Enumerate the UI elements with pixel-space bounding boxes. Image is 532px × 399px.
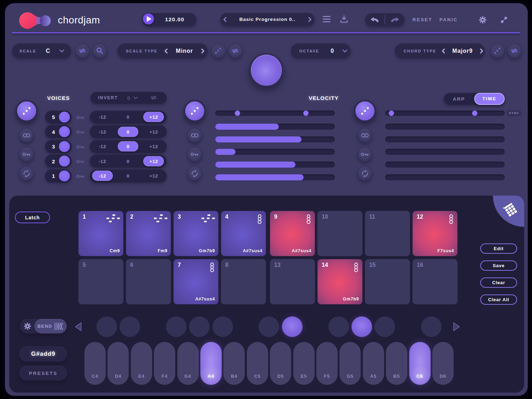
voice-enable-toggle[interactable]: [59, 156, 70, 167]
voice-offset-option[interactable]: +12: [149, 173, 158, 179]
key-icon[interactable]: [76, 174, 85, 179]
velocity-range-low-handle[interactable]: [235, 111, 240, 116]
velocity-infinity-button[interactable]: [187, 128, 202, 142]
time-range-slider[interactable]: [385, 111, 505, 116]
time-infinity-button[interactable]: [358, 128, 372, 142]
white-key-A4[interactable]: A4: [200, 342, 222, 385]
key-icon[interactable]: [76, 115, 85, 120]
time-bar[interactable]: [385, 162, 505, 168]
white-key-D5[interactable]: D5: [270, 342, 291, 385]
pad-14-Gm7b9[interactable]: 14 Gm7b9: [317, 259, 362, 304]
scale-swap-button[interactable]: [75, 44, 90, 58]
voice-offset-option[interactable]: +12: [149, 129, 158, 134]
save-button[interactable]: Save: [480, 260, 517, 271]
pad-7-A#7sus4[interactable]: 7 A#7sus4: [173, 259, 218, 304]
time-tab[interactable]: TIME: [474, 93, 505, 105]
pad-8[interactable]: 8: [221, 259, 266, 304]
velocity-range-high-handle[interactable]: [303, 111, 309, 116]
tempo-value[interactable]: 120.00: [155, 13, 195, 26]
black-key-C#6[interactable]: [421, 316, 442, 337]
time-bar[interactable]: [385, 136, 505, 142]
black-key-F#4[interactable]: [166, 316, 187, 337]
pad-15[interactable]: 15: [365, 259, 410, 304]
latch-button[interactable]: Latch: [15, 212, 50, 223]
voice-offset-option-selected[interactable]: +12: [143, 112, 164, 122]
velocity-range-slider[interactable]: [215, 111, 335, 116]
pad-4-A#7sus4[interactable]: 4 A#7sus4: [221, 211, 266, 256]
time-range-low-handle[interactable]: [389, 111, 394, 116]
voice-offset-option[interactable]: 0: [127, 114, 129, 120]
pad-5[interactable]: 5: [78, 259, 123, 304]
black-key-G#5[interactable]: [351, 316, 372, 337]
scale-selector[interactable]: SCALE C: [12, 43, 71, 58]
scale-type-shift-button[interactable]: [228, 44, 243, 58]
octave-selector[interactable]: OCTAVE 0: [291, 43, 351, 58]
pad-13[interactable]: 13: [270, 259, 315, 304]
save-download-icon[interactable]: [340, 15, 348, 23]
main-knob[interactable]: [251, 55, 282, 86]
edit-button[interactable]: Edit: [480, 243, 517, 254]
chord-type-value[interactable]: Major9: [445, 48, 480, 54]
gear-icon[interactable]: [24, 322, 31, 330]
chord-type-prev-icon[interactable]: [441, 48, 445, 54]
voice-offset-option[interactable]: -12: [99, 114, 106, 120]
pad-6[interactable]: 6: [126, 259, 171, 304]
invert-control[interactable]: INVERT 0: [90, 92, 167, 104]
voice-offset-option-selected[interactable]: 0: [118, 127, 138, 137]
panic-button[interactable]: PANIC: [439, 17, 458, 22]
pad-9-A#7sus4[interactable]: 9 A#7sus4: [270, 211, 315, 256]
voice-offset-option[interactable]: 0: [127, 173, 129, 179]
voice-offset-option[interactable]: 0: [127, 158, 129, 164]
menu-icon[interactable]: [323, 16, 331, 23]
key-icon[interactable]: [76, 145, 85, 149]
time-key-lock-button[interactable]: [358, 147, 372, 162]
pad-10[interactable]: 10: [317, 211, 362, 256]
velocity-bar[interactable]: [215, 124, 335, 130]
voice-offset-option-selected[interactable]: -12: [92, 171, 113, 181]
velocity-bar[interactable]: [215, 136, 335, 142]
time-reset-loop-button[interactable]: [358, 166, 372, 181]
preset-next-icon[interactable]: [308, 17, 312, 22]
velocity-key-lock-button[interactable]: [187, 147, 202, 162]
scale-type-next-icon[interactable]: [201, 48, 205, 54]
voice-enable-toggle[interactable]: [59, 126, 70, 137]
pad-11[interactable]: 11: [365, 211, 410, 256]
pad-1-Cm9[interactable]: 1 Cm9: [78, 211, 123, 256]
black-key-D#4[interactable]: [120, 316, 140, 337]
key-icon[interactable]: [76, 130, 85, 134]
white-key-B5[interactable]: B5: [386, 342, 407, 385]
voice-offset-option-selected[interactable]: 0: [118, 141, 138, 152]
voice-enable-toggle[interactable]: [59, 141, 70, 152]
pad-3-Gm7b9[interactable]: 3 Gm7b9: [173, 211, 218, 256]
voice-offset-option[interactable]: -12: [99, 158, 106, 164]
velocity-bar[interactable]: [215, 149, 335, 155]
time-bar[interactable]: [385, 124, 505, 130]
clear-button[interactable]: Clear: [480, 277, 517, 288]
voice-offset-option-selected[interactable]: +12: [143, 156, 164, 166]
chord-type-randomize-button[interactable]: [490, 44, 505, 58]
black-key-C#4[interactable]: [96, 316, 117, 337]
settings-gear-icon[interactable]: [479, 16, 487, 24]
pad-16[interactable]: 16: [412, 259, 458, 304]
white-key-E4[interactable]: E4: [131, 342, 152, 385]
white-key-D6[interactable]: D6: [432, 342, 454, 385]
clear-all-button[interactable]: Clear All: [480, 294, 517, 305]
white-key-G5[interactable]: G5: [339, 342, 361, 385]
voice-offset-option[interactable]: +12: [149, 144, 158, 149]
play-button[interactable]: [143, 13, 154, 24]
white-key-C5[interactable]: C5: [247, 342, 268, 385]
black-key-C#5[interactable]: [259, 316, 279, 337]
sync-badge[interactable]: SYNC: [507, 110, 522, 116]
white-key-F5[interactable]: F5: [316, 342, 338, 385]
bend-button[interactable]: BEND: [34, 319, 67, 333]
velocity-bar[interactable]: [215, 162, 335, 168]
voice-enable-toggle[interactable]: [59, 170, 70, 181]
velocity-bar[interactable]: [215, 174, 335, 180]
preset-prev-icon[interactable]: [223, 17, 227, 22]
keyboard-scroll-right-button[interactable]: [453, 321, 461, 332]
voice-offset-option[interactable]: -12: [99, 129, 106, 134]
scale-type-randomize-button[interactable]: [211, 44, 226, 58]
chord-type-next-icon[interactable]: [480, 48, 484, 54]
white-key-E5[interactable]: E5: [293, 342, 315, 385]
white-key-B4[interactable]: B4: [223, 342, 245, 385]
